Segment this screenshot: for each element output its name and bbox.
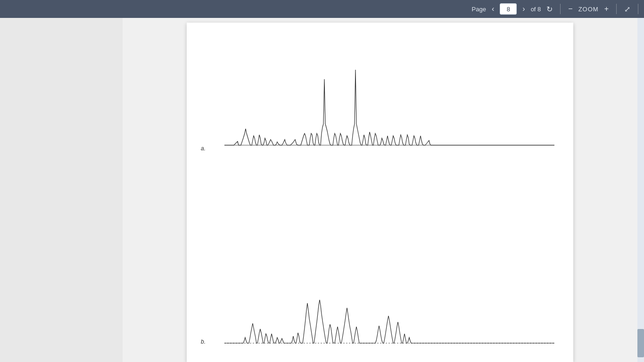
toolbar: Page ‹ › of 8 ↻ − ZOOM + ⤢ xyxy=(0,0,644,18)
divider-3 xyxy=(638,4,638,14)
chart-a-label: a. xyxy=(201,145,206,152)
total-pages-label: of 8 xyxy=(531,6,541,13)
zoom-in-button[interactable]: + xyxy=(602,4,611,14)
next-page-button[interactable]: › xyxy=(520,4,528,14)
page-input[interactable] xyxy=(500,3,517,15)
divider-1 xyxy=(560,4,561,14)
content-area: a. b. xyxy=(123,18,637,362)
left-panel xyxy=(0,18,123,362)
chart-b-label: b. xyxy=(201,338,206,345)
chart-b-container: b. xyxy=(196,244,564,357)
page-label: Page xyxy=(472,6,486,13)
zoom-label: ZOOM xyxy=(578,6,599,13)
chart-b-svg xyxy=(196,244,564,357)
fullscreen-button[interactable]: ⤢ xyxy=(621,4,633,15)
divider-2 xyxy=(616,4,617,14)
scrollbar-thumb[interactable] xyxy=(637,329,644,357)
reset-view-button[interactable]: ↻ xyxy=(544,4,555,15)
document-page: a. b. xyxy=(187,23,573,362)
zoom-out-button[interactable]: − xyxy=(565,4,575,14)
chart-a-svg xyxy=(196,41,564,159)
right-panel xyxy=(637,18,644,362)
chart-a-container: a. xyxy=(196,41,564,159)
prev-page-button[interactable]: ‹ xyxy=(489,4,497,14)
main-area: a. b. xyxy=(0,18,644,362)
